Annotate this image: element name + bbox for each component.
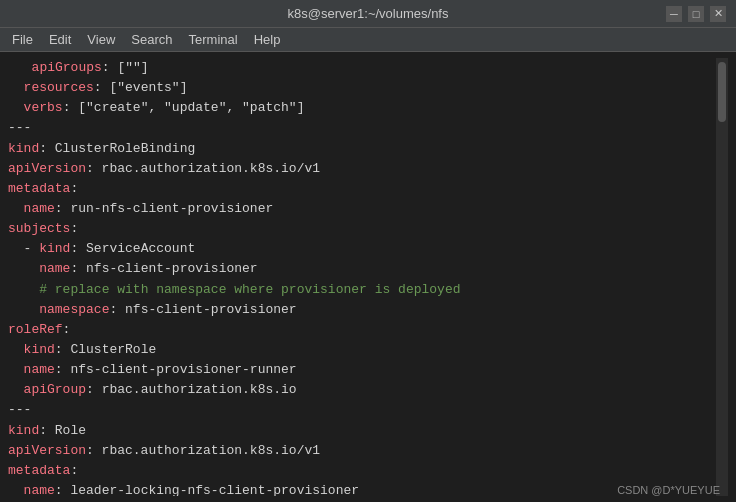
menu-bar: FileEditViewSearchTerminalHelp	[0, 28, 736, 52]
close-button[interactable]: ✕	[710, 6, 726, 22]
menu-item-search[interactable]: Search	[123, 30, 180, 49]
menu-item-terminal[interactable]: Terminal	[181, 30, 246, 49]
title-bar: k8s@server1:~/volumes/nfs ─ □ ✕	[0, 0, 736, 28]
window-title: k8s@server1:~/volumes/nfs	[70, 6, 666, 21]
scrollbar-thumb[interactable]	[718, 62, 726, 122]
terminal-window: apiGroups: [""] resources: ["events"] ve…	[0, 52, 736, 502]
watermark: CSDN @D*YUEYUE	[617, 484, 720, 496]
menu-item-help[interactable]: Help	[246, 30, 289, 49]
scrollbar[interactable]	[716, 58, 728, 496]
menu-item-file[interactable]: File	[4, 30, 41, 49]
menu-item-view[interactable]: View	[79, 30, 123, 49]
menu-item-edit[interactable]: Edit	[41, 30, 79, 49]
minimize-button[interactable]: ─	[666, 6, 682, 22]
maximize-button[interactable]: □	[688, 6, 704, 22]
code-block: apiGroups: [""] resources: ["events"] ve…	[8, 58, 716, 496]
window-controls: ─ □ ✕	[666, 6, 726, 22]
terminal-content: apiGroups: [""] resources: ["events"] ve…	[8, 58, 716, 496]
